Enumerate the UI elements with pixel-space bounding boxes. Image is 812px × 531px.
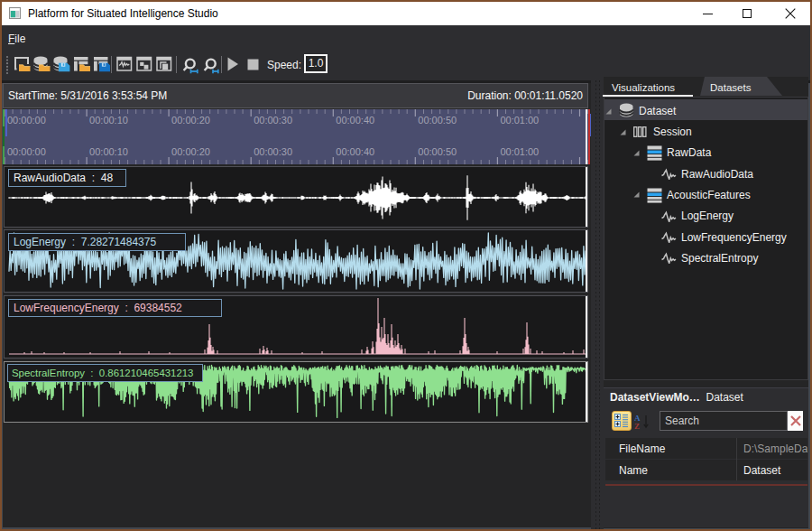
svg-text:00:00:40: 00:00:40 <box>336 115 374 126</box>
svg-text:00:00:20: 00:00:20 <box>171 115 210 126</box>
svg-text:00:00:10: 00:00:10 <box>89 115 128 126</box>
svg-text:00:00:00: 00:00:00 <box>7 146 46 157</box>
svg-text:00:01:00: 00:01:00 <box>500 146 539 157</box>
svg-text:00:00:50: 00:00:50 <box>418 146 457 157</box>
svg-text:00:00:30: 00:00:30 <box>254 146 292 157</box>
svg-text:00:00:00: 00:00:00 <box>7 115 46 126</box>
svg-text:00:01:00: 00:01:00 <box>500 115 539 126</box>
svg-text:00:00:50: 00:00:50 <box>418 115 457 126</box>
svg-text:00:00:40: 00:00:40 <box>336 146 374 157</box>
svg-text:00:00:20: 00:00:20 <box>171 146 210 157</box>
svg-text:Z: Z <box>634 422 640 430</box>
svg-text:00:00:30: 00:00:30 <box>254 115 292 126</box>
svg-text:00:00:10: 00:00:10 <box>89 146 128 157</box>
